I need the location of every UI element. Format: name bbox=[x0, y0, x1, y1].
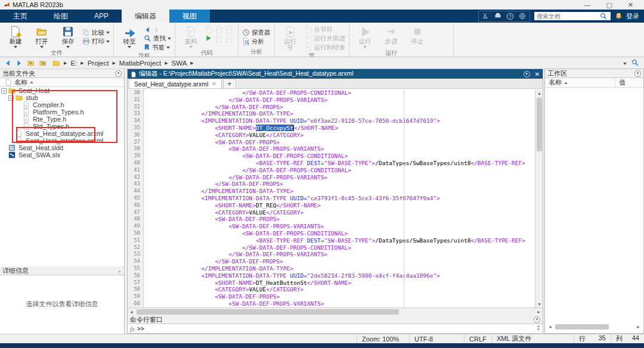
folder-up-icon[interactable] bbox=[27, 60, 35, 67]
ribbon-tab-5[interactable]: 视图 bbox=[169, 10, 210, 23]
zoom-level[interactable]: Zoom: 100% bbox=[357, 334, 409, 343]
code-line-37[interactable]: <SW-DATA-DEF-PROPS> bbox=[144, 139, 535, 146]
code-line-35[interactable]: <SHORT-NAME>DT_OccupySt</SHORT-NAME> bbox=[144, 125, 535, 132]
indent-left-icon[interactable] bbox=[215, 35, 224, 42]
code-line-31[interactable]: </SW-DATA-DEF-PROPS-VARIANTS> bbox=[144, 97, 535, 104]
tab-close-icon[interactable]: ✕ bbox=[212, 81, 216, 87]
doc-search-box[interactable] bbox=[534, 11, 611, 21]
refactor-button[interactable]: 重构 bbox=[179, 24, 203, 48]
run-to-end-button[interactable]: 运行到结束 bbox=[305, 44, 346, 51]
tree-item-Seat_Heat.sldd[interactable]: Seat_Heat.sldd bbox=[0, 144, 124, 151]
code-line-54[interactable]: </SW-DATA-DEF-PROPS> bbox=[144, 258, 535, 265]
comment-icon[interactable] bbox=[205, 26, 214, 33]
help-icon[interactable]: ? bbox=[506, 13, 514, 20]
code-lines[interactable]: </SW-DATA-DEF-PROPS-CONDITIONAL> </SW-DA… bbox=[144, 89, 535, 307]
community-icon[interactable] bbox=[519, 13, 526, 20]
forward-icon[interactable] bbox=[153, 26, 161, 33]
close-button[interactable]: ✕ bbox=[628, 1, 633, 9]
stop-button[interactable]: 停止 bbox=[405, 24, 429, 45]
notifications-bell-icon[interactable] bbox=[615, 12, 623, 20]
scroll-left-icon[interactable]: ◄ bbox=[128, 308, 135, 315]
tree-item-Seat_SWA.slx[interactable]: Seat_SWA.slx bbox=[0, 151, 124, 159]
code-line-32[interactable]: </SW-DATA-DEF-PROPS> bbox=[144, 104, 535, 111]
code-line-56[interactable]: <IMPLEMENTATION-DATA-TYPE UUID="2de58234… bbox=[144, 272, 535, 279]
ribbon-tab-4[interactable]: 编辑器 bbox=[122, 10, 169, 23]
search-icon[interactable] bbox=[600, 13, 608, 20]
command-window[interactable]: fx >> bbox=[128, 324, 543, 333]
code-line-38[interactable]: <SW-DATA-DEF-PROPS-VARIANTS> bbox=[144, 145, 535, 153]
workspace-horizontal-scrollbar[interactable]: ◄ ► bbox=[546, 323, 642, 331]
analyze-button[interactable]: 分析 bbox=[242, 38, 271, 45]
scroll-up-icon[interactable]: ▲ bbox=[535, 89, 543, 97]
save-button[interactable]: 保存 bbox=[56, 24, 80, 48]
folder-search-icon[interactable] bbox=[631, 59, 639, 67]
code-line-49[interactable]: <SW-DATA-DEF-PROPS-VARIANTS> bbox=[144, 223, 535, 230]
run-advance-button[interactable]: 运行并前进 bbox=[305, 35, 346, 42]
compare-button[interactable]: 比较 bbox=[82, 29, 110, 36]
code-line-53[interactable]: </SW-DATA-DEF-PROPS-VARIANTS> bbox=[144, 251, 535, 258]
code-line-57[interactable]: <SHORT-NAME>DT_HeatButtonSt</SHORT-NAME> bbox=[144, 279, 535, 287]
new-button[interactable]: 新建 bbox=[4, 24, 27, 48]
ribbon-tab-1[interactable]: 主页 bbox=[0, 10, 41, 23]
minimize-button[interactable]: — bbox=[584, 1, 590, 9]
encoding-indicator[interactable]: UTF-8 bbox=[409, 334, 464, 343]
line-ending-indicator[interactable]: CRLF bbox=[464, 334, 491, 343]
maximize-button[interactable]: ▢ bbox=[606, 1, 612, 9]
wrap-comment-icon[interactable] bbox=[225, 26, 234, 33]
ribbon-tab-2[interactable]: 绘图 bbox=[41, 10, 81, 23]
workspace-scroll-thumb[interactable] bbox=[555, 324, 609, 330]
code-line-39[interactable]: <SW-DATA-DEF-PROPS-CONDITIONAL> bbox=[144, 153, 535, 160]
doc-search-input[interactable] bbox=[537, 13, 600, 20]
open-button[interactable]: 打开 bbox=[30, 24, 54, 48]
breadcrumb-segment[interactable]: E: bbox=[70, 60, 77, 67]
code-line-33[interactable]: </IMPLEMENTATION-DATA-TYPE> bbox=[144, 110, 535, 117]
editor-vertical-scrollbar[interactable]: ▲ ▼ bbox=[535, 89, 543, 307]
find-button[interactable]: 查找 bbox=[144, 35, 171, 42]
code-line-55[interactable]: </IMPLEMENTATION-DATA-TYPE> bbox=[144, 265, 535, 272]
editor-horizontal-scrollbar[interactable]: ◄ ► bbox=[128, 307, 543, 315]
code-line-30[interactable]: </SW-DATA-DEF-PROPS-CONDITIONAL> bbox=[144, 89, 535, 97]
scroll-right-icon[interactable]: ► bbox=[535, 308, 543, 315]
run-button[interactable]: 运行 bbox=[353, 24, 377, 48]
nav-forward-icon[interactable] bbox=[16, 60, 23, 67]
code-line-34[interactable]: <IMPLEMENTATION-DATA-TYPE UUID="e6f3ae22… bbox=[144, 117, 535, 125]
breadcrumb-segment[interactable]: MatlabProject bbox=[119, 60, 161, 67]
horizontal-scroll-thumb[interactable] bbox=[137, 309, 399, 315]
command-window-scroll[interactable]: ▲▼ bbox=[535, 324, 542, 333]
collapse-toggle-icon[interactable]: − bbox=[1, 88, 7, 94]
code-area[interactable]: 3031323334353637383940414243444546474849… bbox=[128, 89, 535, 307]
code-line-58[interactable]: <CATEGORY>VALUE</CATEGORY> bbox=[144, 286, 535, 293]
code-line-36[interactable]: <CATEGORY>VALUE</CATEGORY> bbox=[144, 132, 535, 139]
code-line-42[interactable]: </SW-DATA-DEF-PROPS-VARIANTS> bbox=[144, 174, 535, 181]
step-button[interactable]: 步进 bbox=[379, 24, 403, 45]
code-line-47[interactable]: <CATEGORY>VALUE</CATEGORY> bbox=[144, 209, 535, 216]
indent-right-icon[interactable] bbox=[225, 35, 234, 42]
browse-folder-icon[interactable] bbox=[39, 60, 47, 67]
section-break-button[interactable]: 分节符 bbox=[305, 26, 346, 33]
editor-menu-icon[interactable]: ▾ bbox=[524, 71, 530, 77]
code-line-40[interactable]: <BASE-TYPE-REF DEST="SW-BASE-TYPE">/Data… bbox=[144, 160, 535, 167]
command-window-menu-icon[interactable]: ▾ bbox=[534, 316, 540, 323]
code-line-59[interactable]: <SW-DATA-DEF-PROPS> bbox=[144, 293, 535, 300]
cut-icon[interactable] bbox=[482, 13, 490, 20]
goto-button[interactable]: 转至 bbox=[117, 24, 141, 48]
back-icon[interactable] bbox=[144, 26, 151, 33]
code-line-48[interactable]: <SW-DATA-DEF-PROPS> bbox=[144, 216, 535, 223]
scroll-down-icon[interactable]: ▼ bbox=[535, 300, 543, 307]
scroll-left-icon[interactable]: ◄ bbox=[546, 324, 554, 331]
workspace-column-headers[interactable]: 名称 值 bbox=[545, 78, 643, 88]
code-line-51[interactable]: <BASE-TYPE-REF DEST="SW-BASE-TYPE">/Data… bbox=[144, 237, 535, 244]
code-line-41[interactable]: </SW-DATA-DEF-PROPS-CONDITIONAL> bbox=[144, 167, 535, 174]
ribbon-tab-3[interactable]: APP bbox=[81, 10, 122, 23]
nav-back-icon[interactable] bbox=[4, 60, 12, 67]
code-line-60[interactable]: <SW-DATA-DEF-PROPS-VARIANTS> bbox=[144, 300, 535, 307]
name-column-header[interactable]: 名称 bbox=[0, 78, 124, 87]
bookmark-button[interactable]: 书签 bbox=[144, 44, 171, 51]
workspace-menu-icon[interactable]: ▾ bbox=[634, 70, 641, 77]
new-tab-button[interactable]: + bbox=[223, 79, 236, 88]
code-line-52[interactable]: </SW-DATA-DEF-PROPS-CONDITIONAL> bbox=[144, 244, 535, 251]
uncomment-icon[interactable] bbox=[215, 26, 224, 33]
breadcrumb-segment[interactable]: Project bbox=[88, 60, 109, 67]
print-quick-icon[interactable] bbox=[494, 13, 501, 20]
scroll-right-icon[interactable]: ► bbox=[634, 324, 642, 331]
